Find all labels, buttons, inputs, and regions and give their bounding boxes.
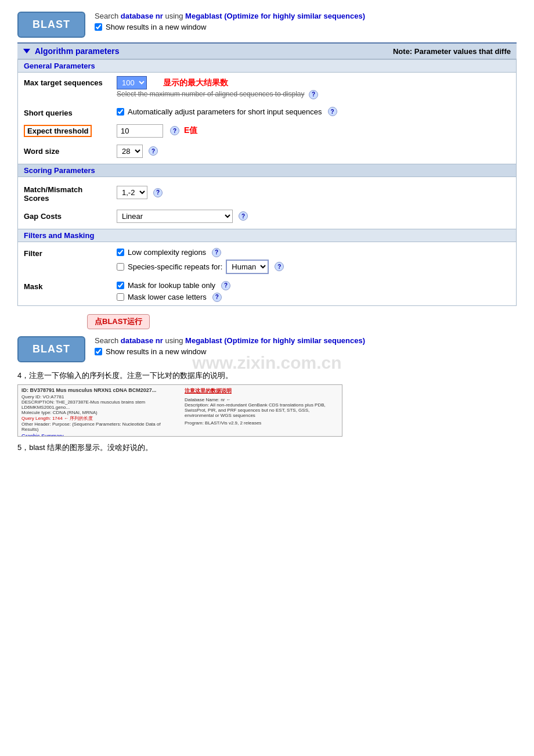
species-repeats-wrapper: Species-specific repeats for: Human Mous… bbox=[117, 260, 510, 274]
short-queries-label-text: Short queries bbox=[24, 109, 73, 117]
thumb-mol: Molecule type: CDNA (RNAI, MRNA) bbox=[21, 410, 175, 415]
max-target-row: Max target sequences 100 50 250 500 显示的最… bbox=[18, 73, 516, 103]
general-params-label: General Parameters bbox=[18, 60, 516, 73]
filters-masking-section: Filters and Masking bbox=[18, 229, 516, 242]
thumb-id-line: ID: BV378791 Mus musculus NRXN1 cDNA BCM… bbox=[21, 387, 175, 393]
match-mismatch-select[interactable]: 1,-2 1,-3 2,-3 bbox=[117, 186, 147, 199]
mask-label: Mask bbox=[18, 278, 111, 305]
filter-controls: Low complexity regions ? Species-specifi… bbox=[111, 244, 516, 278]
note-text: Note: Parameter values that diffe bbox=[393, 47, 511, 56]
expect-threshold-row: Expect threshold ? E值 bbox=[18, 121, 516, 141]
species-repeats-checkbox[interactable] bbox=[117, 263, 124, 271]
mask-row: Mask Mask for lookup table only ? Mask l… bbox=[18, 278, 516, 305]
scoring-params-section: Scoring Parameters bbox=[18, 164, 516, 177]
blast-db-link[interactable]: database nr bbox=[121, 12, 163, 20]
expect-threshold-input[interactable] bbox=[117, 124, 163, 138]
match-mismatch-label: Match/Mismatch Scores bbox=[18, 179, 111, 206]
filter-label: Filter bbox=[18, 244, 111, 278]
blast-description-bottom: Search database nr using Megablast (Opti… bbox=[95, 336, 365, 345]
match-mismatch-info-icon[interactable]: ? bbox=[153, 188, 163, 197]
show-results-checkbox-top[interactable] bbox=[95, 23, 102, 31]
mask-lower-checkbox[interactable] bbox=[117, 293, 124, 301]
params-area: General Parameters Max target sequences … bbox=[17, 59, 517, 306]
thumb-query-len: Query Length: 1744 ← 序列的长度 bbox=[21, 415, 175, 422]
show-results-label-bottom: Show results in a new window bbox=[106, 347, 206, 356]
thumb-desc: DESCRIPTION: THE_2837387E-Mus musculus b… bbox=[21, 399, 175, 410]
graphic-summary-link[interactable]: Graphic Summary bbox=[21, 433, 175, 437]
section4-text: 4，注意一下你输入的序列长度。注意一下比对的数据库的说明。 bbox=[17, 370, 517, 381]
mask-lookup-info-icon[interactable]: ? bbox=[221, 281, 230, 290]
mask-lower-info-icon[interactable]: ? bbox=[212, 293, 222, 302]
max-target-controls: 100 50 250 500 显示的最大结果数 Select the maxim… bbox=[111, 73, 516, 103]
max-target-select[interactable]: 100 50 250 500 bbox=[117, 76, 147, 89]
species-info-icon[interactable]: ? bbox=[275, 262, 284, 271]
max-target-helper: Select the maximum number of aligned seq… bbox=[117, 90, 305, 98]
show-results-checkbox-bottom[interactable] bbox=[95, 348, 102, 355]
thumbnail-right: 注意这里的数据说明 Database Name: nr ← Descriptio… bbox=[185, 387, 338, 434]
low-complexity-checkbox[interactable] bbox=[117, 249, 124, 256]
section5-text: 5，blast 结果的图形显示。没啥好说的。 bbox=[17, 442, 517, 453]
click-blast-annotation: 点BLAST运行 bbox=[87, 314, 150, 329]
thumbnail-left: ID: BV378791 Mus musculus NRXN1 cDNA BCM… bbox=[21, 387, 175, 434]
algo-params-header: Algorithm parameters Note: Parameter val… bbox=[17, 42, 517, 59]
mask-controls: Mask for lookup table only ? Mask lower … bbox=[111, 278, 516, 305]
max-target-annotation: 显示的最大结果数 bbox=[163, 78, 228, 88]
thumb-red-annotation: 注意这里的数据说明 bbox=[185, 387, 338, 395]
general-params-table: Max target sequences 100 50 250 500 显示的最… bbox=[18, 73, 516, 161]
word-size-info-icon[interactable]: ? bbox=[149, 146, 158, 156]
thumb-other: Other Header: Purpose: (Sequence Paramet… bbox=[21, 422, 175, 432]
short-queries-checkbox[interactable] bbox=[117, 108, 124, 116]
thumb-program: Program: BLAST/Vis v2.9, 2 releases bbox=[185, 420, 338, 426]
expect-threshold-label: Expect threshold bbox=[18, 121, 111, 141]
expect-threshold-info-icon[interactable]: ? bbox=[170, 126, 179, 135]
expect-threshold-controls: ? E值 bbox=[111, 121, 516, 141]
gap-costs-select[interactable]: Linear Existence: 5, Extension: 2 Existe… bbox=[117, 210, 233, 223]
short-queries-label: Short queries bbox=[18, 103, 111, 121]
click-blast-wrapper: 点BLAST运行 bbox=[17, 311, 517, 333]
species-select[interactable]: Human Mouse Rat bbox=[226, 260, 269, 274]
word-size-select[interactable]: 28 16 32 bbox=[117, 145, 143, 158]
blast-using-middle: using bbox=[163, 12, 185, 20]
word-size-label-text: Word size bbox=[24, 147, 59, 156]
algo-params-label: Algorithm parameters bbox=[35, 46, 119, 56]
short-queries-controls: Automatically adjust parameters for shor… bbox=[111, 103, 516, 121]
show-results-bottom: Show results in a new window bbox=[95, 347, 365, 356]
mask-lookup-wrapper: Mask for lookup table only ? bbox=[117, 281, 510, 290]
blast-search-prefix-b: Search bbox=[95, 336, 121, 345]
thumb-db: Database Name: nr ← bbox=[185, 397, 338, 402]
low-complexity-text: Low complexity regions bbox=[128, 248, 206, 257]
blast-db-link-b[interactable]: database nr bbox=[121, 336, 163, 345]
collapse-triangle-icon bbox=[23, 49, 30, 53]
blast-button-top[interactable]: BLAST bbox=[17, 12, 85, 38]
general-params-text: General Parameters bbox=[24, 62, 95, 70]
bottom-blast-section: BLAST Search database nr using Megablast… bbox=[17, 336, 517, 362]
filter-rows-table: Filter Low complexity regions ? Species-… bbox=[18, 244, 516, 305]
blast-button-bottom[interactable]: BLAST bbox=[17, 336, 85, 362]
filter-label-text: Filter bbox=[24, 249, 42, 258]
max-target-info-icon[interactable]: ? bbox=[309, 90, 318, 99]
top-blast-section: BLAST Search database nr using Megablast… bbox=[17, 12, 517, 38]
e-annotation: E值 bbox=[184, 125, 197, 136]
short-queries-info-icon[interactable]: ? bbox=[328, 107, 337, 116]
match-mismatch-controls: 1,-2 1,-3 2,-3 ? bbox=[111, 179, 516, 206]
show-results-top: Show results in a new window bbox=[95, 23, 365, 31]
low-complexity-info-icon[interactable]: ? bbox=[212, 248, 221, 257]
show-results-label-top: Show results in a new window bbox=[106, 23, 206, 31]
mask-lower-text: Mask lower case letters bbox=[128, 293, 207, 301]
gap-costs-controls: Linear Existence: 5, Extension: 2 Existe… bbox=[111, 206, 516, 226]
filter-row: Filter Low complexity regions ? Species-… bbox=[18, 244, 516, 278]
blast-algo-link-b[interactable]: Megablast (Optimize for highly similar s… bbox=[185, 336, 365, 345]
mask-lower-wrapper: Mask lower case letters ? bbox=[117, 293, 510, 302]
algo-params-title[interactable]: Algorithm parameters bbox=[23, 46, 119, 56]
thumb-red-link-text: 注意这里的数据说明 bbox=[185, 388, 232, 394]
filters-masking-label: Filters and Masking bbox=[24, 231, 94, 240]
short-queries-row: Short queries Automatically adjust param… bbox=[18, 103, 516, 121]
low-complexity-wrapper: Low complexity regions ? bbox=[117, 248, 510, 257]
mask-label-text: Mask bbox=[24, 282, 43, 291]
word-size-row: Word size 28 16 32 ? ↖ bbox=[18, 141, 516, 161]
thumbnail-box: ID: BV378791 Mus musculus NRXN1 cDNA BCM… bbox=[17, 384, 342, 437]
mask-lookup-checkbox[interactable] bbox=[117, 282, 124, 289]
blast-algo-link[interactable]: Megablast (Optimize for highly similar s… bbox=[185, 12, 365, 20]
gap-costs-row: Gap Costs Linear Existence: 5, Extension… bbox=[18, 206, 516, 226]
gap-costs-info-icon[interactable]: ? bbox=[239, 211, 248, 221]
